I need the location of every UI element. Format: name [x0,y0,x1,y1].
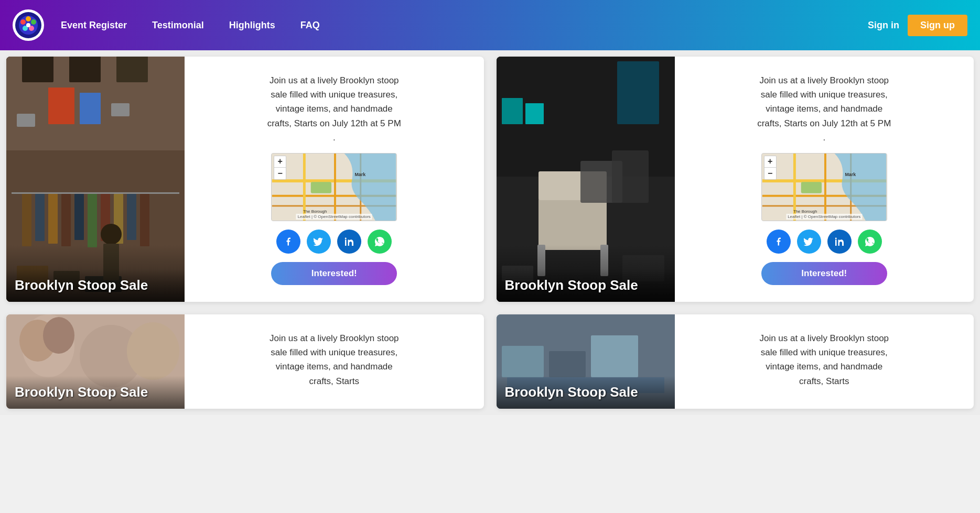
svg-point-3 [20,19,26,25]
svg-rect-77 [549,351,586,377]
whatsapp-btn-1[interactable] [368,230,392,254]
svg-text:Mark: Mark [355,172,366,177]
svg-rect-49 [525,103,544,124]
svg-point-32 [101,224,122,245]
linkedin-btn-1[interactable] [337,230,361,254]
event-info-4: Join us at a lively Brooklyn stoop sale … [675,314,974,409]
svg-rect-17 [111,103,130,116]
bottom-row: Brooklyn Stoop Sale Join us at a lively … [0,308,980,415]
svg-rect-27 [127,194,136,240]
svg-rect-12 [69,57,101,82]
svg-rect-21 [48,194,58,244]
svg-rect-18 [12,192,179,194]
svg-rect-47 [617,61,659,124]
event-map-2: Mark The Borough + − Leaflet | © OpenStr… [761,153,887,221]
svg-rect-64 [824,154,826,221]
map-zoom-in-2[interactable]: + [764,156,776,168]
event-title-1: Brooklyn Stoop Sale [15,277,176,293]
svg-rect-78 [591,335,638,377]
twitter-btn-1[interactable] [307,230,331,254]
svg-rect-13 [116,57,148,82]
twitter-btn-2[interactable] [797,230,821,254]
event-title-2: Brooklyn Stoop Sale [505,277,666,293]
event-image-overlay-2: Brooklyn Stoop Sale [497,269,675,302]
svg-point-4 [26,16,31,21]
main-content: Brooklyn Stoop Sale Join us at a lively … [0,50,980,415]
svg-rect-76 [502,346,544,377]
svg-rect-24 [88,194,97,247]
svg-rect-23 [74,194,84,240]
svg-rect-40 [334,154,336,221]
event-card-2: Brooklyn Stoop Sale Join us at a lively … [497,57,974,302]
site-logo [13,9,44,41]
svg-rect-28 [140,194,149,246]
event-image-4: Brooklyn Stoop Sale [497,314,675,409]
svg-rect-16 [17,114,35,127]
svg-text:The Borough: The Borough [793,209,817,214]
event-image-2: Brooklyn Stoop Sale [497,57,675,302]
map-attribution-2: Leaflet | © OpenStreetMap contributors [786,214,862,220]
event-description-1: Join us at a lively Brooklyn stoop sale … [266,73,402,145]
event-image-3: Brooklyn Stoop Sale [6,314,185,409]
event-title-3: Brooklyn Stoop Sale [15,384,176,400]
nav-highlights[interactable]: Highlights [229,20,275,31]
svg-rect-22 [61,194,71,246]
event-title-4: Brooklyn Stoop Sale [505,384,666,400]
svg-text:Mark: Mark [845,172,856,177]
svg-point-5 [31,19,36,25]
svg-rect-11 [22,57,53,82]
svg-point-74 [127,322,179,380]
linkedin-btn-2[interactable] [827,230,852,254]
navbar: Event Register Testimonial Highlights FA… [0,0,980,50]
facebook-btn-1[interactable] [276,230,300,254]
svg-point-72 [43,317,74,354]
nav-faq[interactable]: FAQ [300,20,320,31]
event-info-2: Join us at a lively Brooklyn stoop sale … [675,57,974,302]
event-card-3: Brooklyn Stoop Sale Join us at a lively … [6,314,484,409]
event-image-overlay-3: Brooklyn Stoop Sale [6,376,185,409]
event-info-1: Join us at a lively Brooklyn stoop sale … [185,57,484,302]
svg-rect-79 [643,341,670,377]
whatsapp-btn-2[interactable] [858,230,882,254]
svg-point-8 [26,23,30,27]
nav-testimonial[interactable]: Testimonial [152,20,204,31]
svg-rect-50 [539,198,607,250]
nav-auth: Sign in Sign up [868,15,967,36]
event-description-3: Join us at a lively Brooklyn stoop sale … [266,331,402,388]
event-description-4: Join us at a lively Brooklyn stoop sale … [756,331,892,388]
event-image-overlay-4: Brooklyn Stoop Sale [497,376,675,409]
svg-text:The Borough: The Borough [303,209,327,214]
svg-rect-19 [22,194,31,246]
map-zoom-out-2[interactable]: − [764,168,776,179]
event-info-3: Join us at a lively Brooklyn stoop sale … [185,314,484,409]
interested-btn-2[interactable]: Interested! [761,262,887,285]
svg-rect-15 [80,93,101,124]
map-attribution-1: Leaflet | © OpenStreetMap contributors [296,214,372,220]
map-zoom-in-1[interactable]: + [274,156,286,168]
event-description-2: Join us at a lively Brooklyn stoop sale … [756,73,892,145]
map-controls-1: + − [274,156,286,180]
svg-rect-20 [35,194,45,241]
nav-event-register[interactable]: Event Register [61,20,127,31]
nav-links: Event Register Testimonial Highlights FA… [61,20,868,31]
svg-rect-48 [502,98,523,124]
social-row-1 [276,230,392,254]
event-map-1: Mark The Borough + − Leaflet | © OpenStr… [271,153,397,221]
svg-rect-66 [801,182,821,193]
event-image-overlay-1: Brooklyn Stoop Sale [6,269,185,302]
svg-rect-42 [311,182,331,193]
events-grid: Brooklyn Stoop Sale Join us at a lively … [0,50,980,308]
map-zoom-out-1[interactable]: − [274,168,286,179]
svg-rect-55 [612,150,649,203]
signup-button[interactable]: Sign up [908,15,967,36]
event-card-4: Brooklyn Stoop Sale Join us at a lively … [497,314,974,409]
social-row-2 [767,230,882,254]
event-card-1: Brooklyn Stoop Sale Join us at a lively … [6,57,484,302]
interested-btn-1[interactable]: Interested! [271,262,397,285]
svg-rect-14 [48,88,74,124]
signin-button[interactable]: Sign in [868,20,899,31]
facebook-btn-2[interactable] [767,230,791,254]
event-image-1: Brooklyn Stoop Sale [6,57,185,302]
map-controls-2: + − [764,156,777,180]
